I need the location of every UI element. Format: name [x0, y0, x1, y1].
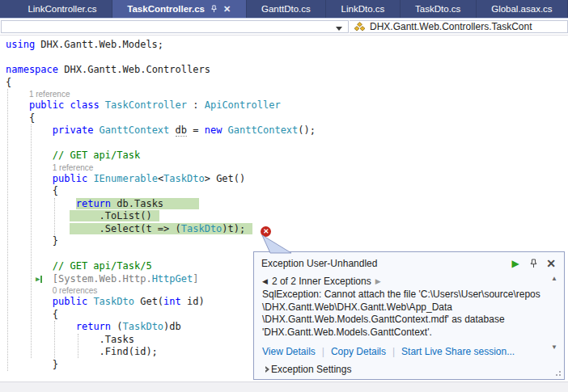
code-token: // GET api/Task/5 — [53, 260, 152, 272]
code-token: DHX.Gantt.Web.Models; — [35, 39, 163, 50]
code-line-blank — [6, 137, 568, 150]
exception-popup-body: ◀ 2 of 2 Inner Exceptions ▶ SqlException… — [254, 273, 564, 339]
code-line-blank — [6, 52, 568, 65]
indent — [6, 198, 76, 209]
code-token: new — [205, 124, 223, 136]
run-to-cursor-icon[interactable]: ▶ — [36, 275, 42, 284]
code-token: using — [6, 39, 35, 50]
type-scope-dropdown[interactable]: DHX.Gantt.Web.Controllers.TaskCont — [350, 20, 568, 33]
pin-icon[interactable] — [527, 257, 540, 270]
tab-label: TaskController.cs — [127, 4, 205, 14]
code-token: id) — [181, 296, 205, 307]
code-token: )db — [163, 321, 181, 332]
code-token: = — [187, 124, 205, 136]
exception-popup-title: Exception User-Unhandled — [261, 258, 504, 269]
close-icon[interactable]: ✕ — [223, 5, 231, 14]
code-token — [6, 150, 53, 161]
code-line: return db.Tasks — [6, 198, 568, 211]
code-token: GanttContext — [228, 124, 299, 136]
class-icon — [354, 22, 366, 32]
tab-label: LinkController.cs — [28, 4, 96, 14]
exception-settings-expander[interactable]: Exception Settings — [254, 357, 564, 375]
link-separator: | — [322, 346, 324, 357]
code-token: ( — [111, 321, 122, 332]
code-token: ApiController — [205, 99, 281, 111]
scope-label: DHX.Gantt.Web.Controllers.TaskCont — [370, 21, 532, 32]
code-token: return — [76, 321, 111, 332]
exception-message-line: \DHX.Gantt.Web.Models.GanttContext.mdf' … — [262, 314, 545, 327]
tab-TaskController-cs[interactable]: TaskController.cs✕ — [112, 0, 247, 18]
visual-studio-window: LinkController.csTaskController.cs✕Gantt… — [0, 0, 568, 392]
exception-message: SqlException: Cannot attach the file 'C:… — [262, 289, 545, 339]
code-token: TaskDto — [181, 223, 223, 234]
navigation-bar: DHX.Gantt.Web.Controllers.TaskCont — [0, 18, 568, 36]
tab-TaskDto-cs[interactable]: TaskDto.cs — [401, 0, 477, 18]
code-token: > Get() — [205, 173, 246, 184]
popup-link-start-live-share-session[interactable]: Start Live Share session... — [401, 346, 515, 357]
scroll-down-icon[interactable]: ▼ — [551, 344, 557, 351]
code-line: private GanttContext db = new GanttConte… — [6, 124, 568, 137]
tab-label: TaskDto.cs — [415, 4, 460, 14]
code-token: db.Tasks — [111, 198, 163, 209]
code-line: public IEnumerable<TaskDto> Get() — [6, 173, 568, 186]
code-token: public — [29, 99, 64, 111]
code-token — [6, 173, 53, 184]
code-token: : — [187, 99, 205, 111]
code-token: TaskDto — [93, 296, 134, 307]
code-line: .Select(t => (TaskDto)t);✕ — [6, 223, 568, 236]
exception-message-line: SqlException: Cannot attach the file 'C:… — [262, 289, 545, 301]
exception-links: View Details|Copy Details|Start Live Sha… — [254, 339, 564, 357]
code-token: class — [70, 99, 100, 111]
code-token: public — [53, 296, 87, 307]
scroll-up-icon[interactable]: ▲ — [551, 275, 557, 282]
prev-exception-icon[interactable]: ◀ — [262, 277, 268, 285]
code-line: .ToList() — [6, 210, 568, 223]
exception-popup: Exception User-Unhandled ▶ ✕ ◀ 2 of 2 In… — [253, 251, 565, 380]
codelens-references[interactable]: 1 reference — [6, 89, 568, 99]
code-token — [64, 99, 70, 111]
code-line: using DHX.Gantt.Web.Models; — [6, 39, 568, 52]
code-token — [6, 124, 53, 136]
code-token: .Tasks — [6, 334, 134, 345]
exception-settings-label: Exception Settings — [271, 364, 351, 375]
tab-GanttDto-cs[interactable]: GanttDto.cs — [247, 0, 327, 18]
popup-scrollbar[interactable]: ▲ ▼ — [549, 275, 561, 351]
code-token: TaskDto — [163, 173, 205, 184]
code-token: DHX.Gantt.Web.Controllers — [58, 64, 210, 75]
next-exception-icon[interactable]: ▶ — [375, 277, 381, 285]
indent — [6, 210, 70, 221]
code-token: ] — [193, 273, 198, 285]
code-line: public class TaskController : ApiControl… — [6, 99, 568, 112]
code-token: )t); — [222, 223, 245, 234]
code-token: HttpGet — [152, 273, 193, 285]
link-separator: | — [392, 346, 395, 357]
code-token: { — [6, 185, 58, 196]
project-dropdown[interactable] — [1, 20, 349, 33]
code-token: IEnumerable — [93, 173, 157, 184]
horizontal-scrollbar[interactable] — [0, 381, 568, 392]
tab-label: GanttDto.cs — [261, 4, 311, 14]
code-token: TaskController — [105, 99, 187, 111]
tab-LinkDto-cs[interactable]: LinkDto.cs — [326, 0, 401, 18]
code-line: { — [6, 185, 568, 198]
codelens-references[interactable]: 1 reference — [6, 162, 568, 173]
pin-icon[interactable] — [210, 5, 218, 13]
code-token — [6, 296, 53, 307]
code-token: (); — [298, 124, 316, 136]
code-token: .Select(t => ( — [70, 223, 180, 234]
continue-execution-icon[interactable]: ▶ — [509, 257, 522, 270]
code-token: .ToList() — [70, 210, 151, 221]
code-token: { — [6, 112, 35, 124]
code-token: { — [6, 77, 11, 88]
code-token — [169, 124, 175, 136]
tab-label: Global.asax.cs — [491, 4, 552, 14]
inner-exception-label: 2 of 2 Inner Exceptions — [272, 276, 371, 287]
resize-grip[interactable] — [559, 371, 561, 373]
tab-LinkController-cs[interactable]: LinkController.cs — [13, 0, 112, 18]
code-token: } — [6, 359, 58, 370]
tab-Global-asax-cs[interactable]: Global.asax.cs — [477, 0, 568, 18]
popup-link-copy-details[interactable]: Copy Details — [331, 346, 386, 357]
code-token: .Find(id); — [6, 346, 158, 357]
popup-link-view-details[interactable]: View Details — [262, 346, 316, 357]
close-icon[interactable]: ✕ — [545, 257, 557, 270]
